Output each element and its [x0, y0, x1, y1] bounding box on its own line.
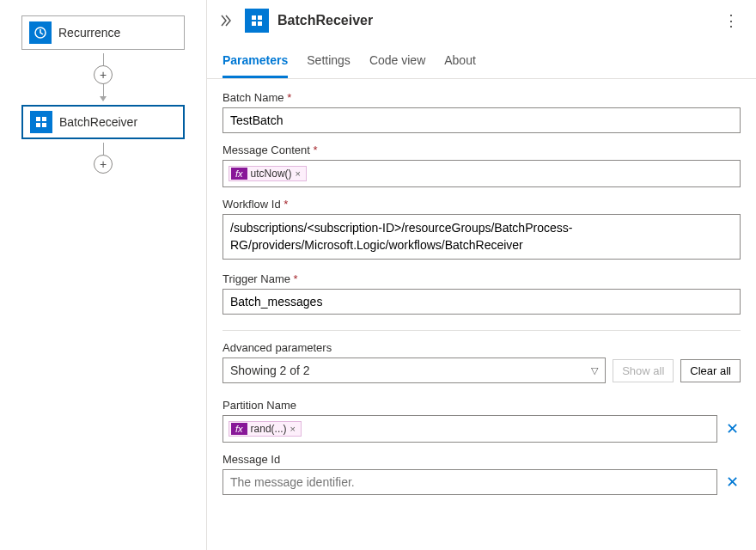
node-label: Recurrence: [58, 26, 120, 40]
message-content-input[interactable]: fx utcNow() ×: [223, 160, 741, 187]
trigger-name-input[interactable]: [223, 289, 741, 315]
message-id-input[interactable]: [223, 469, 717, 495]
advanced-heading: Advanced parameters: [223, 341, 741, 354]
svg-rect-2: [42, 117, 46, 121]
remove-field-button[interactable]: ✕: [724, 419, 741, 438]
tab-settings[interactable]: Settings: [307, 53, 351, 78]
label: Workflow Id: [223, 198, 281, 211]
connector: +: [94, 139, 113, 177]
workflow-id-input[interactable]: [223, 214, 741, 260]
tab-parameters[interactable]: Parameters: [223, 53, 288, 78]
fx-icon: fx: [231, 168, 247, 180]
details-panel: BatchReceiver ⋮ Parameters Settings Code…: [206, 0, 756, 550]
select-value: Showing 2 of 2: [230, 364, 310, 377]
collapse-panel-button[interactable]: [216, 11, 236, 30]
svg-rect-4: [42, 123, 46, 127]
panel-title: BatchReceiver: [277, 13, 711, 28]
expression-token[interactable]: fx utcNow() ×: [229, 166, 307, 181]
remove-field-button[interactable]: ✕: [724, 473, 741, 492]
field-workflow-id: Workflow Id *: [223, 198, 741, 262]
connector: +: [94, 50, 113, 105]
chevron-down-icon: ▽: [591, 365, 598, 376]
field-message-id: Message Id ✕: [223, 453, 741, 495]
workflow-canvas: Recurrence + BatchReceiver +: [0, 0, 206, 550]
batch-icon: [245, 9, 269, 33]
tab-codeview[interactable]: Code view: [369, 53, 425, 78]
advanced-params-select[interactable]: Showing 2 of 2 ▽: [223, 358, 606, 383]
partition-name-input[interactable]: fx rand(...) ×: [223, 415, 717, 443]
panel-header: BatchReceiver ⋮: [207, 0, 756, 36]
label: Message Content: [223, 144, 310, 156]
label: Trigger Name: [223, 272, 290, 285]
parameters-form: Batch Name * Message Content * fx utcNow…: [207, 79, 756, 550]
svg-rect-3: [36, 123, 40, 127]
node-recurrence[interactable]: Recurrence: [21, 15, 185, 50]
label: Batch Name: [223, 91, 284, 104]
remove-token-icon[interactable]: ×: [296, 168, 301, 179]
batch-icon: [30, 111, 52, 133]
token-text: rand(...): [251, 423, 287, 435]
node-batchreceiver[interactable]: BatchReceiver: [21, 105, 185, 139]
field-partition-name: Partition Name fx rand(...) × ✕: [223, 399, 741, 443]
batch-name-input[interactable]: [223, 107, 741, 133]
show-all-button[interactable]: Show all: [613, 359, 674, 382]
token-text: utcNow(): [251, 168, 292, 180]
label: Message Id: [223, 453, 741, 466]
expression-token[interactable]: fx rand(...) ×: [229, 421, 302, 437]
svg-rect-6: [258, 15, 262, 20]
more-options-button[interactable]: ⋮: [720, 11, 742, 30]
node-label: BatchReceiver: [59, 115, 137, 129]
field-batch-name: Batch Name *: [223, 91, 741, 133]
svg-rect-1: [36, 117, 40, 121]
svg-rect-5: [252, 15, 256, 20]
svg-rect-7: [252, 21, 256, 26]
add-step-button[interactable]: +: [94, 65, 113, 84]
clear-all-button[interactable]: Clear all: [680, 359, 741, 382]
fx-icon: fx: [231, 423, 247, 435]
field-trigger-name: Trigger Name *: [223, 272, 741, 315]
advanced-parameters-section: Advanced parameters Showing 2 of 2 ▽ Sho…: [223, 341, 741, 383]
svg-rect-8: [258, 21, 262, 26]
remove-token-icon[interactable]: ×: [290, 424, 296, 434]
field-message-content: Message Content * fx utcNow() ×: [223, 144, 741, 187]
label: Partition Name: [223, 399, 741, 412]
add-step-button[interactable]: +: [94, 155, 113, 174]
tab-about[interactable]: About: [444, 53, 476, 78]
recurrence-icon: [29, 21, 52, 44]
divider: [223, 330, 741, 331]
tab-bar: Parameters Settings Code view About: [207, 36, 756, 79]
